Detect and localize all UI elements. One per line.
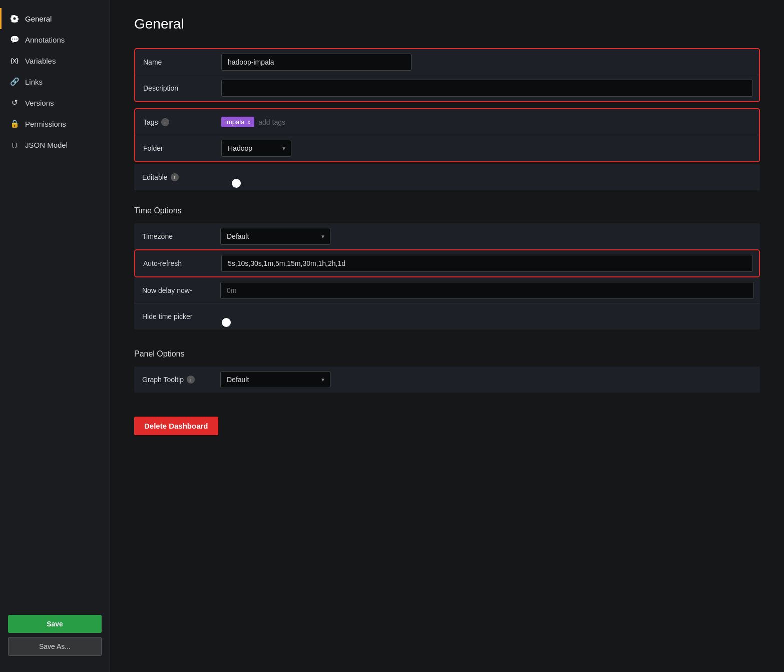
folder-label: Folder [135, 138, 215, 158]
variables-icon: {x} [10, 56, 19, 65]
graph-tooltip-info-icon[interactable]: i [187, 376, 195, 384]
timezone-value: Default [214, 224, 760, 249]
auto-refresh-input[interactable] [221, 255, 753, 272]
graph-tooltip-value: Default [214, 367, 760, 392]
now-delay-label: Now delay now- [134, 280, 214, 300]
name-input[interactable] [221, 54, 412, 71]
timezone-select-wrapper: Default [220, 228, 330, 245]
timezone-row: Timezone Default [134, 223, 760, 249]
sidebar-item-label: Links [25, 78, 43, 86]
sidebar-item-label: Variables [25, 57, 56, 65]
now-delay-row: Now delay now- [134, 277, 760, 303]
sidebar-item-label: Versions [25, 99, 54, 107]
delete-dashboard-button[interactable]: Delete Dashboard [134, 417, 218, 435]
editable-info-icon[interactable]: i [171, 173, 179, 181]
graph-tooltip-row: Graph Tooltip i Default [134, 367, 760, 393]
panel-options-section: Panel Options Graph Tooltip i Default [134, 350, 760, 393]
auto-refresh-value [215, 251, 759, 276]
graph-tooltip-select-wrapper: Default [220, 371, 330, 388]
versions-icon: ↺ [10, 98, 19, 107]
sidebar-item-general[interactable]: General [0, 8, 110, 29]
save-button[interactable]: Save [8, 615, 102, 633]
description-row: Description [135, 75, 759, 101]
folder-select-wrapper: Hadoop [221, 140, 291, 157]
time-options-section: Time Options Timezone Default Auto-refre… [134, 206, 760, 329]
sidebar-item-permissions[interactable]: 🔒 Permissions [0, 113, 110, 134]
panel-options-title: Panel Options [134, 350, 760, 359]
sidebar-item-versions[interactable]: ↺ Versions [0, 92, 110, 113]
tags-row: Tags i impala x add tags [135, 109, 759, 135]
sidebar-item-annotations[interactable]: 💬 Annotations [0, 29, 110, 50]
editable-value [214, 173, 760, 181]
now-delay-input[interactable] [220, 282, 754, 299]
name-label: Name [135, 52, 215, 72]
sidebar: General 💬 Annotations {x} Variables 🔗 Li… [0, 0, 110, 672]
annotations-icon: 💬 [10, 35, 19, 44]
sidebar-spacer [0, 155, 110, 607]
name-description-group: Name Description [134, 48, 760, 102]
tags-label: Tags i [135, 112, 215, 132]
permissions-icon: 🔒 [10, 119, 19, 128]
auto-refresh-outlined: Auto-refresh [134, 249, 760, 277]
name-value [215, 50, 759, 75]
tags-add-placeholder[interactable]: add tags [258, 118, 285, 126]
auto-refresh-row: Auto-refresh [135, 250, 759, 276]
editable-label: Editable i [134, 167, 214, 187]
tag-remove-button[interactable]: x [247, 119, 250, 126]
sidebar-buttons: Save Save As... [0, 607, 110, 664]
sidebar-item-label: Permissions [25, 120, 66, 128]
hide-time-picker-row: Hide time picker [134, 303, 760, 329]
graph-tooltip-label: Graph Tooltip i [134, 370, 214, 390]
now-delay-value [214, 278, 760, 303]
tags-container: impala x add tags [221, 117, 753, 127]
main-content: General Name Description Tags i [110, 0, 784, 672]
timezone-select[interactable]: Default [220, 228, 330, 245]
hide-time-picker-label: Hide time picker [134, 306, 214, 326]
general-icon [10, 14, 19, 23]
description-value [215, 76, 759, 101]
tags-value: impala x add tags [215, 113, 759, 131]
sidebar-item-links[interactable]: 🔗 Links [0, 71, 110, 92]
sidebar-item-variables[interactable]: {x} Variables [0, 50, 110, 71]
timezone-label: Timezone [134, 226, 214, 246]
description-label: Description [135, 78, 215, 98]
json-model-icon: { } [10, 140, 19, 149]
sidebar-item-label: Annotations [25, 36, 65, 44]
folder-select[interactable]: Hadoop [221, 140, 291, 157]
description-input[interactable] [221, 80, 753, 97]
hide-time-picker-value [214, 312, 760, 320]
sidebar-item-label: JSON Model [25, 141, 68, 149]
tag-label: impala [225, 118, 244, 126]
page-title: General [134, 16, 760, 32]
sidebar-item-json-model[interactable]: { } JSON Model [0, 134, 110, 155]
auto-refresh-label: Auto-refresh [135, 253, 215, 273]
save-as-button[interactable]: Save As... [8, 637, 102, 656]
links-icon: 🔗 [10, 77, 19, 86]
sidebar-item-label: General [25, 15, 52, 23]
tags-folder-group: Tags i impala x add tags Folder Hadoop [134, 108, 760, 162]
name-row: Name [135, 49, 759, 75]
tags-info-icon[interactable]: i [161, 118, 169, 126]
tag-impala: impala x [221, 117, 254, 127]
folder-row: Folder Hadoop [135, 135, 759, 161]
folder-value: Hadoop [215, 136, 759, 161]
editable-row: Editable i [134, 164, 760, 190]
graph-tooltip-select[interactable]: Default [220, 371, 330, 388]
time-options-title: Time Options [134, 206, 760, 215]
